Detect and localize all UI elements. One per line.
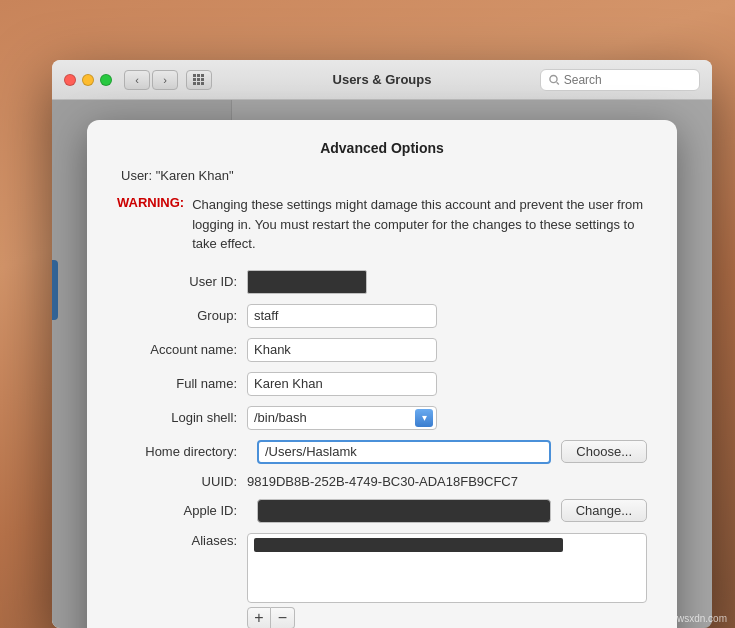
aliases-row: Aliases: + − <box>117 533 647 629</box>
warning-label: WARNING: <box>117 195 184 254</box>
grid-button[interactable] <box>186 70 212 90</box>
advanced-options-modal: Advanced Options User: "Karen Khan" WARN… <box>87 120 677 628</box>
svg-point-9 <box>550 75 557 82</box>
home-directory-label: Home directory: <box>117 444 247 459</box>
aliases-controls: + − <box>247 607 647 629</box>
home-directory-input[interactable] <box>257 440 551 464</box>
user-id-row: User ID: <box>117 270 647 294</box>
svg-rect-3 <box>193 78 196 81</box>
svg-rect-6 <box>193 82 196 85</box>
apple-id-input[interactable] <box>257 499 551 523</box>
apple-id-label: Apple ID: <box>117 503 247 518</box>
user-id-label: User ID: <box>117 274 247 289</box>
svg-rect-2 <box>201 74 204 77</box>
choose-button[interactable]: Choose... <box>561 440 647 463</box>
maximize-button[interactable] <box>100 74 112 86</box>
svg-line-10 <box>557 82 559 84</box>
close-button[interactable] <box>64 74 76 86</box>
svg-rect-8 <box>201 82 204 85</box>
svg-rect-0 <box>193 74 196 77</box>
search-bar[interactable] <box>540 69 700 91</box>
uuid-value: 9819DB8B-252B-4749-BC30-ADA18FB9CFC7 <box>247 474 518 489</box>
watermark: wsxdn.com <box>677 613 727 624</box>
group-input[interactable] <box>247 304 437 328</box>
main-window: ‹ › Users & Groups <box>52 60 712 628</box>
uuid-row: UUID: 9819DB8B-252B-4749-BC30-ADA18FB9CF… <box>117 474 647 489</box>
remove-alias-button[interactable]: − <box>271 607 295 629</box>
change-button[interactable]: Change... <box>561 499 647 522</box>
user-label: User: "Karen Khan" <box>121 168 647 183</box>
aliases-label: Aliases: <box>117 533 247 548</box>
home-directory-row: Home directory: Choose... <box>117 440 647 464</box>
minimize-button[interactable] <box>82 74 94 86</box>
uuid-label: UUID: <box>117 474 247 489</box>
svg-rect-4 <box>197 78 200 81</box>
group-label: Group: <box>117 308 247 323</box>
traffic-lights <box>64 74 112 86</box>
account-name-label: Account name: <box>117 342 247 357</box>
apple-id-row: Apple ID: Change... <box>117 499 647 523</box>
search-icon <box>549 74 560 86</box>
svg-rect-7 <box>197 82 200 85</box>
modal-title: Advanced Options <box>117 140 647 156</box>
window-title: Users & Groups <box>333 72 432 87</box>
nav-buttons: ‹ › <box>124 70 178 90</box>
add-alias-button[interactable]: + <box>247 607 271 629</box>
account-name-row: Account name: <box>117 338 647 362</box>
aliases-box[interactable] <box>247 533 647 603</box>
forward-button[interactable]: › <box>152 70 178 90</box>
group-row: Group: <box>117 304 647 328</box>
warning-text: Changing these settings might damage thi… <box>192 195 647 254</box>
user-id-input[interactable] <box>247 270 367 294</box>
login-shell-label: Login shell: <box>117 410 247 425</box>
full-name-row: Full name: <box>117 372 647 396</box>
warning-box: WARNING: Changing these settings might d… <box>117 195 647 254</box>
full-name-label: Full name: <box>117 376 247 391</box>
back-button[interactable]: ‹ <box>124 70 150 90</box>
modal-overlay: Advanced Options User: "Karen Khan" WARN… <box>52 100 712 628</box>
search-input[interactable] <box>564 73 691 87</box>
full-name-input[interactable] <box>247 372 437 396</box>
login-shell-row: Login shell: /bin/bash /bin/zsh /bin/sh … <box>117 406 647 430</box>
login-shell-select[interactable]: /bin/bash /bin/zsh /bin/sh <box>247 406 437 430</box>
title-bar: ‹ › Users & Groups <box>52 60 712 100</box>
svg-rect-1 <box>197 74 200 77</box>
account-name-input[interactable] <box>247 338 437 362</box>
svg-rect-5 <box>201 78 204 81</box>
